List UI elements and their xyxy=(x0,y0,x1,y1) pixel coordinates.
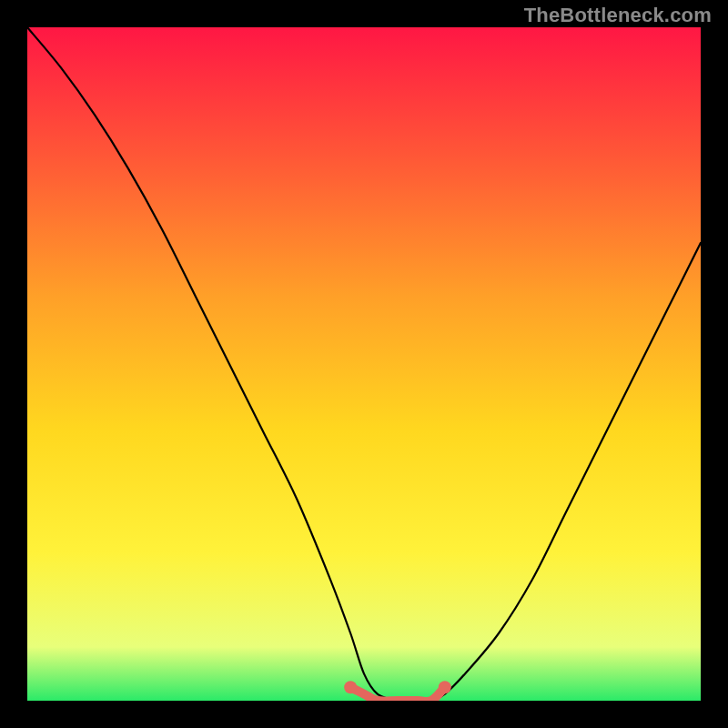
highlight-end-dot xyxy=(344,681,357,693)
gradient-background xyxy=(27,27,701,701)
bottleneck-chart xyxy=(27,27,701,701)
watermark-text: TheBottleneck.com xyxy=(524,4,712,27)
plot-area xyxy=(27,27,701,701)
highlight-end-dot xyxy=(439,681,451,693)
chart-frame: TheBottleneck.com xyxy=(0,0,728,728)
